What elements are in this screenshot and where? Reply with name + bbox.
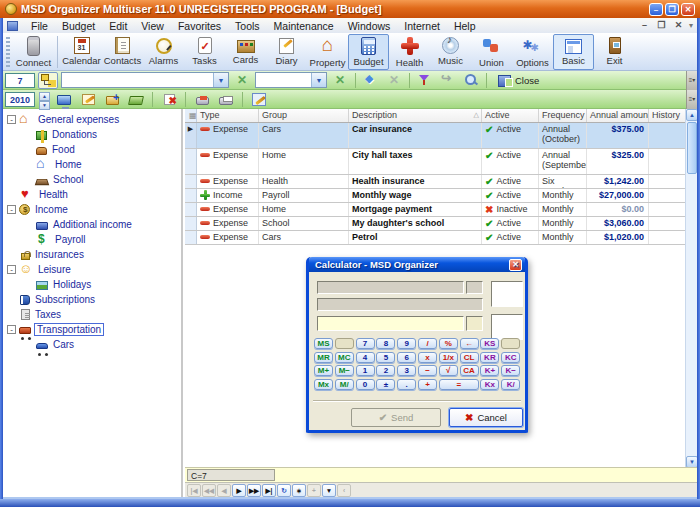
goto-button[interactable] (438, 72, 458, 89)
column-header-active[interactable]: Active (482, 109, 539, 122)
column-header-history[interactable]: History (649, 109, 687, 122)
filter-button[interactable]: ▼ (322, 484, 336, 497)
calc-key-.[interactable]: . (397, 379, 416, 390)
clear-group-filter-button[interactable]: ✕ (232, 72, 252, 89)
menu-item-internet[interactable]: Internet (397, 19, 447, 33)
calc-key-kx[interactable]: Kx (480, 379, 499, 390)
bookmark-button[interactable]: ∗ (292, 484, 306, 497)
next-record-button[interactable]: ▶ (232, 484, 246, 497)
toolbar-button-alarms[interactable]: Alarms (143, 34, 184, 70)
scroll-thumb[interactable] (687, 122, 697, 174)
tree-toggle-icon[interactable]: - (7, 265, 16, 274)
column-header-type[interactable]: Type (197, 109, 259, 122)
table-row[interactable]: ExpenseHomeCity hall taxesActiveAnnual (… (185, 149, 697, 175)
tree-item-food[interactable]: Food (3, 142, 181, 157)
toolbar-button-property[interactable]: Property (307, 34, 348, 70)
year-box[interactable]: 2010 (5, 92, 35, 107)
calc-key-blank[interactable] (501, 338, 520, 349)
cancel-button[interactable]: ✖ Cancel (449, 408, 523, 427)
menu-item-maintenance[interactable]: Maintenance (267, 19, 341, 33)
calc-key-←[interactable]: ← (460, 338, 479, 349)
toolbar-overflow-button[interactable]: ≡▾ (686, 71, 697, 90)
search-button[interactable] (461, 72, 481, 89)
toolbar-button-calendar[interactable]: Calendar (61, 34, 102, 70)
menu-item-windows[interactable]: Windows (341, 19, 398, 33)
menubar-overflow-icon[interactable]: ▾ (689, 21, 693, 30)
tree-toggle-icon[interactable]: - (7, 325, 16, 334)
calc-key-k/[interactable]: K/ (501, 379, 520, 390)
toolbar-button-options[interactable]: Options (512, 34, 553, 70)
menu-item-edit[interactable]: Edit (102, 19, 134, 33)
toolbar-button-budget[interactable]: Budget (348, 34, 389, 70)
tree-toggle-icon[interactable]: - (7, 115, 16, 124)
calc-key-mr[interactable]: MR (314, 352, 333, 363)
menu-item-help[interactable]: Help (447, 19, 483, 33)
calc-key-0[interactable]: 0 (356, 379, 375, 390)
spin-up-icon[interactable]: ▲ (39, 92, 50, 101)
tree-item-leisure[interactable]: -Leisure (3, 262, 181, 277)
table-row[interactable]: ▶ExpenseCarsCar insuranceActiveAnnual (O… (185, 123, 697, 149)
calc-display-main[interactable] (317, 316, 464, 331)
table-row[interactable]: ExpenseHomeMortgage paymentInactiveMonth… (185, 203, 697, 217)
tree-item-school[interactable]: School (3, 172, 181, 187)
chevron-down-icon[interactable]: ▼ (311, 73, 326, 87)
calc-key-+[interactable]: + (418, 379, 437, 390)
toolbar-button-contacts[interactable]: Contacts (102, 34, 143, 70)
calc-key-k−[interactable]: K− (501, 365, 520, 376)
restore-button[interactable]: ❐ (665, 3, 679, 16)
close-module-button[interactable]: Close (492, 73, 545, 88)
calc-key-−[interactable]: − (418, 365, 437, 376)
table-row[interactable]: ExpenseCarsPetrolActiveMonthly$1,020.00 (185, 231, 697, 245)
clear-type-filter-button[interactable]: ✕ (330, 72, 350, 89)
toolbar-overflow-button[interactable]: ≡▾ (686, 90, 697, 109)
calc-key-mc[interactable]: MC (335, 352, 354, 363)
table-row[interactable]: IncomePayrollMonthly wageActiveMonthly$2… (185, 189, 697, 203)
tree-toggle-icon[interactable]: - (7, 205, 16, 214)
tree-item-transportation[interactable]: -Transportation (3, 322, 181, 337)
calc-key-2[interactable]: 2 (376, 365, 395, 376)
calc-key-kr[interactable]: KR (480, 352, 499, 363)
toolbar-button-music[interactable]: Music (430, 34, 471, 70)
edit-record-button[interactable] (78, 91, 98, 108)
print-preview-button[interactable] (192, 91, 212, 108)
column-header-group[interactable]: Group (259, 109, 349, 122)
calc-key-ms[interactable]: MS (314, 338, 333, 349)
send-button[interactable]: ✔ Send (351, 408, 441, 427)
tree-item-income[interactable]: -Income (3, 202, 181, 217)
clear-advanced-filter-button[interactable]: ✕ (384, 72, 404, 89)
calc-key-kc[interactable]: KC (501, 352, 520, 363)
mdi-restore-button[interactable]: ❐ (655, 20, 668, 32)
calc-key-ca[interactable]: CA (460, 365, 479, 376)
menu-item-view[interactable]: View (134, 19, 171, 33)
grid-scrollbar[interactable]: ▲ ▼ (685, 109, 697, 468)
calc-key-blank[interactable] (335, 338, 354, 349)
calc-key-mx[interactable]: Mx (314, 379, 333, 390)
tree-item-home[interactable]: Home (3, 157, 181, 172)
calc-key-=[interactable]: = (439, 379, 479, 390)
menu-item-tools[interactable]: Tools (228, 19, 267, 33)
column-header-annual-amount[interactable]: Annual amount (587, 109, 649, 122)
spin-down-icon[interactable]: ▼ (39, 101, 50, 110)
toolbar-button-connect[interactable]: Connect (13, 34, 54, 70)
calculator-close-button[interactable]: ✕ (509, 259, 522, 271)
view-record-button[interactable] (54, 91, 74, 108)
calc-key-m/[interactable]: M/ (335, 379, 354, 390)
add-record-button[interactable] (102, 91, 122, 108)
chevron-down-icon[interactable]: ▼ (213, 73, 228, 87)
calc-key-9[interactable]: 9 (397, 338, 416, 349)
open-record-button[interactable] (126, 91, 146, 108)
print-button[interactable] (216, 91, 236, 108)
last-record-button[interactable]: ▶| (262, 484, 276, 497)
minimize-button[interactable]: – (649, 3, 663, 16)
filter-records-button[interactable] (415, 72, 435, 89)
toolbar-button-cards[interactable]: Cards (225, 34, 266, 70)
tree-item-cars[interactable]: Cars (3, 337, 181, 352)
calc-key-/[interactable]: / (418, 338, 437, 349)
toolbar-button-health[interactable]: Health (389, 34, 430, 70)
tree-item-holidays[interactable]: Holidays (3, 277, 181, 292)
tree-item-health[interactable]: Health (3, 187, 181, 202)
tree-item-additional-income[interactable]: Additional income (3, 217, 181, 232)
calc-key-m+[interactable]: M+ (314, 365, 333, 376)
menu-item-budget[interactable]: Budget (55, 19, 102, 33)
calc-key-1/x[interactable]: 1/x (439, 352, 458, 363)
